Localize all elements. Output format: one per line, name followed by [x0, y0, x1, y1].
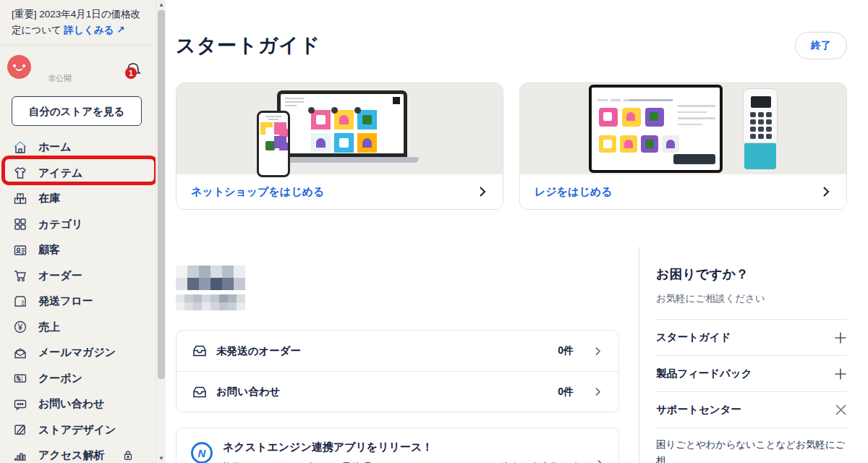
sidebar-item-label: メールマガジン: [38, 346, 116, 360]
next-engine-logo-icon: N: [191, 442, 213, 463]
unshipped-orders-count: 0件: [558, 344, 574, 357]
boxes-icon: [13, 192, 27, 206]
netshop-start-label: ネットショップをはじめる: [191, 185, 324, 199]
sidebar: [重要] 2023年4月1日の価格改定について 詳しくみる ↗ 非公開 1 自分…: [0, 0, 166, 463]
unshipped-orders-row[interactable]: 未発送のオーダー 0件: [176, 331, 618, 371]
help-subtitle: お気軽にご相談ください: [656, 292, 847, 305]
sidebar-item-label: オーダー: [38, 269, 82, 283]
chevron-right-icon: [820, 186, 832, 197]
design-icon: [13, 422, 27, 437]
home-icon: [13, 140, 27, 155]
sidebar-item-label: アクセス解析: [38, 449, 104, 462]
guide-card-register[interactable]: レジをはじめる: [519, 82, 847, 210]
sidebar-item-mail-magazine[interactable]: メールマガジン: [0, 340, 156, 366]
visibility-badge: 非公開: [48, 73, 72, 84]
scroll-up-icon[interactable]: ▲: [156, 1, 166, 8]
cart-icon: [13, 268, 27, 283]
help-item-start-guide[interactable]: スタートガイド: [656, 320, 847, 356]
bar-chart-icon: [13, 449, 27, 463]
next-engine-announcement[interactable]: N ネクストエンジン連携アプリをリリース！ 複数ネットショップを、一元管理できる…: [176, 428, 619, 463]
profile-section: 非公開 1: [0, 46, 156, 95]
help-item-product-feedback[interactable]: 製品フィードバック: [656, 356, 847, 392]
sidebar-item-label: アイテム: [38, 166, 82, 180]
sidebar-item-category[interactable]: カテゴリ: [0, 212, 156, 238]
plus-icon[interactable]: [834, 368, 847, 381]
grid-icon: [13, 217, 27, 232]
sidebar-item-store-design[interactable]: ストアデザイン: [0, 417, 156, 443]
shipping-icon: [13, 294, 27, 309]
scroll-down-icon[interactable]: ▼: [156, 455, 166, 462]
sidebar-item-label: 在庫: [38, 192, 60, 205]
sidebar-item-shipping-flow[interactable]: 発送フロー: [0, 289, 156, 315]
summary-card: 未発送のオーダー 0件 お問い合わせ 0件: [176, 330, 619, 412]
plus-icon[interactable]: [834, 331, 847, 344]
sidebar-nav: ホーム アイテム 在庫 カテゴリ 顧客 オーダー: [0, 135, 156, 463]
register-illustration: [520, 83, 846, 174]
price-revision-notice: [重要] 2023年4月1日の価格改定について 詳しくみる ↗: [0, 0, 156, 46]
notification-bell-icon[interactable]: 1: [125, 60, 142, 79]
netshop-illustration: [176, 83, 503, 174]
sidebar-item-orders[interactable]: オーダー: [0, 263, 156, 289]
view-my-store-button[interactable]: 自分のストアを見る: [12, 96, 142, 126]
help-item-support-center[interactable]: サポートセンター: [656, 392, 847, 428]
blurred-store-name: [176, 266, 639, 310]
sidebar-scrollbar[interactable]: ▲ ▼: [156, 0, 166, 463]
yen-icon: [13, 320, 27, 334]
sidebar-item-label: ストアデザイン: [38, 423, 116, 437]
main-content: スタートガイド 終了 ネ: [166, 0, 868, 463]
sidebar-item-home[interactable]: ホーム: [0, 135, 156, 161]
inquiries-count: 0件: [558, 386, 574, 399]
sidebar-item-label: 売上: [38, 320, 60, 334]
sidebar-item-analytics[interactable]: アクセス解析: [0, 443, 156, 463]
id-card-icon: [13, 243, 27, 258]
help-title: お困りですか？: [656, 266, 847, 283]
page-title: スタートガイド: [176, 33, 320, 59]
chevron-right-icon: [595, 459, 604, 463]
notice-detail-link[interactable]: 詳しくみる ↗: [64, 25, 125, 35]
help-panel: お困りですか？ お気軽にご相談ください スタートガイド 製品フィードバック サポ…: [639, 247, 847, 463]
support-description: 困りごとやわからないことなどお気軽にご相: [656, 437, 847, 463]
register-start-label: レジをはじめる: [535, 185, 612, 199]
unshipped-orders-label: 未発送のオーダー: [216, 344, 301, 358]
sidebar-item-label: お問い合わせ: [38, 397, 104, 411]
inbox-icon: [192, 386, 207, 399]
sidebar-item-label: クーポン: [38, 372, 82, 386]
avatar[interactable]: [7, 55, 31, 79]
chevron-right-icon: [477, 186, 488, 197]
sidebar-item-sales[interactable]: 売上: [0, 315, 156, 341]
mail-icon: [13, 346, 27, 360]
tshirt-icon: [13, 166, 27, 180]
sidebar-item-customers[interactable]: 顧客: [0, 237, 156, 263]
sidebar-item-contact[interactable]: お問い合わせ: [0, 391, 156, 417]
chat-bubble-icon: [13, 397, 27, 412]
finish-button[interactable]: 終了: [795, 32, 847, 59]
inquiries-label: お問い合わせ: [216, 385, 280, 399]
chevron-right-icon: [593, 387, 603, 396]
sidebar-item-items[interactable]: アイテム: [0, 161, 156, 187]
sidebar-item-label: ホーム: [38, 140, 72, 154]
sidebar-item-coupon[interactable]: クーポン: [0, 366, 156, 392]
sidebar-item-stock[interactable]: 在庫: [0, 186, 156, 212]
sidebar-item-label: カテゴリ: [38, 218, 82, 232]
dashboard-column: 未発送のオーダー 0件 お問い合わせ 0件 N ネクストエンジン連携アプリをリリ…: [176, 247, 639, 463]
guide-card-netshop[interactable]: ネットショップをはじめる: [176, 82, 503, 210]
sidebar-item-label: 発送フロー: [38, 294, 93, 308]
scrollbar-thumb[interactable]: [158, 10, 165, 379]
close-icon[interactable]: [835, 404, 847, 416]
announcement-title: ネクストエンジン連携アプリをリリース！: [223, 441, 585, 454]
inbox-icon: [192, 344, 207, 357]
external-link-icon: ↗: [116, 25, 124, 35]
sidebar-item-label: 顧客: [38, 243, 60, 257]
chevron-right-icon: [593, 347, 603, 356]
coupon-icon: [13, 371, 27, 386]
inquiries-row[interactable]: お問い合わせ 0件: [176, 371, 618, 412]
lock-icon: [121, 450, 135, 461]
